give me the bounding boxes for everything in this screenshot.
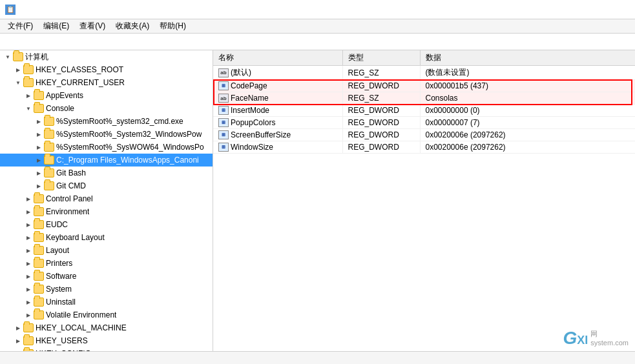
tree-item-layout[interactable]: Layout bbox=[0, 244, 213, 257]
col-name[interactable]: 名称 bbox=[213, 50, 342, 66]
tree-item-console1[interactable]: %SystemRoot%_system32_cmd.exe bbox=[0, 115, 213, 128]
expander-controlpanel[interactable] bbox=[23, 194, 34, 204]
tree-item-console5[interactable]: Git Bash bbox=[0, 167, 213, 179]
folder-icon-hkcu bbox=[23, 78, 34, 87]
tree-item-environment[interactable]: Environment bbox=[0, 205, 213, 218]
cell-name-5: ⊞ScreenBufferSize bbox=[213, 129, 342, 141]
expander-printers[interactable] bbox=[23, 258, 34, 268]
tree-item-console6[interactable]: Git CMD bbox=[0, 179, 213, 192]
tree-item-console2[interactable]: %SystemRoot%_System32_WindowsPow bbox=[0, 128, 213, 141]
expander-layout[interactable] bbox=[23, 245, 34, 256]
expander-console3[interactable] bbox=[34, 142, 44, 152]
expander-eudc[interactable] bbox=[23, 219, 34, 230]
folder-icon-eudc bbox=[34, 220, 44, 229]
expander-computer[interactable] bbox=[3, 52, 13, 62]
expander-console2[interactable] bbox=[34, 129, 44, 139]
table-row[interactable]: ⊞ScreenBufferSizeREG_DWORD0x0020006e (20… bbox=[213, 129, 635, 141]
tree-item-console4[interactable]: C:_Program Files_WindowsApps_Canoni bbox=[0, 154, 213, 167]
cell-type-3: REG_DWORD bbox=[342, 105, 420, 117]
tree-item-hklm[interactable]: HKEY_LOCAL_MACHINE bbox=[0, 321, 213, 334]
table-row[interactable]: ⊞CodePageREG_DWORD0x000001b5 (437) bbox=[213, 80, 635, 92]
folder-icon-console5 bbox=[44, 168, 54, 177]
tree-item-hku[interactable]: HKEY_USERS bbox=[0, 334, 213, 347]
col-type[interactable]: 类型 bbox=[342, 50, 420, 66]
tree-label-console1: %SystemRoot%_system32_cmd.exe bbox=[56, 117, 183, 126]
title-controls bbox=[538, 0, 630, 19]
tree-panel[interactable]: 计算机HKEY_CLASSES_ROOTHKEY_CURRENT_USERApp… bbox=[0, 50, 213, 351]
tree-label-volatile: Volatile Environment bbox=[46, 310, 116, 319]
expander-system[interactable] bbox=[23, 284, 34, 294]
folder-icon-hku bbox=[23, 336, 34, 345]
cell-name-1: ⊞CodePage bbox=[213, 80, 342, 92]
folder-icon-keyboardlayout bbox=[34, 233, 44, 242]
menu-item-文件[interactable]: 文件(F) bbox=[3, 19, 38, 33]
data-panel[interactable]: 名称 类型 数据 ab(默认)REG_SZ(数值未设置)⊞CodePageREG… bbox=[213, 50, 635, 351]
menu-item-查看[interactable]: 查看(V) bbox=[74, 19, 110, 33]
tree-item-printers[interactable]: Printers bbox=[0, 257, 213, 270]
tree-item-system[interactable]: System bbox=[0, 283, 213, 296]
expander-console4[interactable] bbox=[34, 155, 44, 165]
table-row[interactable]: abFaceNameREG_SZConsolas bbox=[213, 92, 635, 105]
tree-item-eudc[interactable]: EUDC bbox=[0, 218, 213, 231]
reg-icon-5: ⊞ bbox=[218, 130, 229, 139]
folder-icon-appevents bbox=[34, 91, 44, 100]
tree-item-software[interactable]: Software bbox=[0, 270, 213, 283]
expander-appevents[interactable] bbox=[23, 90, 34, 101]
expander-hklm[interactable] bbox=[13, 323, 23, 333]
minimize-button[interactable] bbox=[538, 0, 568, 19]
main-content: 计算机HKEY_CLASSES_ROOTHKEY_CURRENT_USERApp… bbox=[0, 50, 635, 351]
menu-item-收藏夹[interactable]: 收藏夹(A) bbox=[110, 19, 154, 33]
expander-keyboardlayout[interactable] bbox=[23, 232, 34, 243]
tree-item-uninstall[interactable]: Uninstall bbox=[0, 296, 213, 308]
reg-icon-1: ⊞ bbox=[218, 81, 229, 90]
expander-console6[interactable] bbox=[34, 181, 44, 191]
expander-console[interactable] bbox=[23, 103, 34, 114]
maximize-button[interactable] bbox=[569, 0, 599, 19]
expander-console5[interactable] bbox=[34, 168, 44, 178]
expander-console1[interactable] bbox=[34, 116, 44, 126]
tree-item-hkcc[interactable]: HKEY_CONFIG bbox=[0, 347, 213, 351]
tree-item-computer[interactable]: 计算机 bbox=[0, 50, 213, 63]
expander-environment[interactable] bbox=[23, 207, 34, 217]
reg-name-6: WindowSize bbox=[231, 143, 273, 152]
close-button[interactable] bbox=[600, 0, 630, 19]
tree-item-console3[interactable]: %SystemRoot%_SysWOW64_WindowsPo bbox=[0, 141, 213, 154]
reg-name-3: InsertMode bbox=[231, 106, 269, 115]
folder-icon-console1 bbox=[44, 117, 54, 126]
table-row[interactable]: ⊞InsertModeREG_DWORD0x00000000 (0) bbox=[213, 105, 635, 117]
tree-label-hkcr: HKEY_CLASSES_ROOT bbox=[36, 65, 123, 74]
tree-item-volatile[interactable]: Volatile Environment bbox=[0, 308, 213, 321]
menu-item-帮助[interactable]: 帮助(H) bbox=[154, 19, 191, 33]
col-data[interactable]: 数据 bbox=[420, 50, 635, 66]
table-row[interactable]: ⊞WindowSizeREG_DWORD0x0020006e (2097262) bbox=[213, 141, 635, 154]
status-bar bbox=[0, 351, 635, 364]
folder-icon-environment bbox=[34, 207, 44, 216]
tree-item-console[interactable]: Console bbox=[0, 102, 213, 115]
tree-item-controlpanel[interactable]: Control Panel bbox=[0, 192, 213, 205]
folder-icon-volatile bbox=[34, 310, 44, 319]
cell-type-4: REG_DWORD bbox=[342, 117, 420, 129]
expander-hkcu[interactable] bbox=[13, 77, 23, 88]
cell-name-6: ⊞WindowSize bbox=[213, 141, 342, 154]
expander-uninstall[interactable] bbox=[23, 297, 34, 307]
expander-volatile[interactable] bbox=[23, 310, 34, 320]
table-row[interactable]: ab(默认)REG_SZ(数值未设置) bbox=[213, 66, 635, 80]
watermark-sub: 网system.com bbox=[590, 329, 629, 348]
tree-item-keyboardlayout[interactable]: Keyboard Layout bbox=[0, 231, 213, 244]
expander-software[interactable] bbox=[23, 271, 34, 281]
tree-label-system: System bbox=[46, 285, 72, 294]
expander-hkcc[interactable] bbox=[13, 349, 23, 351]
menu-bar: 文件(F)编辑(E)查看(V)收藏夹(A)帮助(H) bbox=[0, 19, 635, 34]
table-row[interactable]: ⊞PopupColorsREG_DWORD0x00000007 (7) bbox=[213, 117, 635, 129]
tree-item-hkcr[interactable]: HKEY_CLASSES_ROOT bbox=[0, 63, 213, 76]
tree-item-hkcu[interactable]: HKEY_CURRENT_USER bbox=[0, 76, 213, 89]
reg-icon-0: ab bbox=[218, 68, 229, 77]
tree-item-appevents[interactable]: AppEvents bbox=[0, 89, 213, 102]
watermark-g: G bbox=[563, 328, 578, 349]
menu-item-编辑[interactable]: 编辑(E) bbox=[38, 19, 74, 33]
address-bar bbox=[0, 34, 635, 50]
cell-name-2: abFaceName bbox=[213, 92, 342, 105]
tree-label-software: Software bbox=[46, 272, 76, 281]
expander-hkcr[interactable] bbox=[13, 65, 23, 75]
expander-hku[interactable] bbox=[13, 336, 23, 346]
